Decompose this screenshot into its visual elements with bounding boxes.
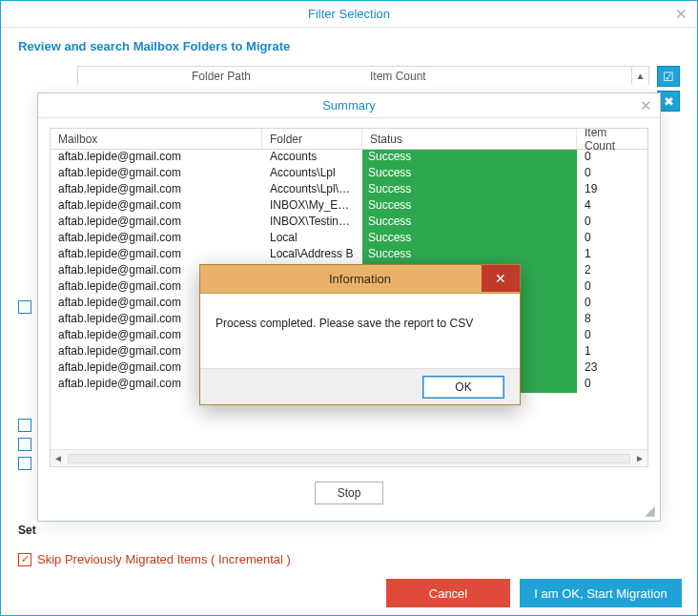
checkbox[interactable] <box>18 457 31 470</box>
cell-item-count: 0 <box>577 377 647 393</box>
cell-item-count: 4 <box>577 198 647 215</box>
cell-status: Success <box>362 231 577 247</box>
msgbox-titlebar: Information ✕ <box>200 265 520 294</box>
cell-mailbox: aftab.lepide@gmail.com <box>51 231 262 247</box>
cell-mailbox: aftab.lepide@gmail.com <box>51 150 262 166</box>
window-title: Filter Selection <box>308 7 390 21</box>
cell-status: Success <box>362 182 577 198</box>
cell-item-count: 0 <box>577 231 647 247</box>
cell-item-count: 0 <box>577 279 647 296</box>
cell-mailbox: aftab.lepide@gmail.com <box>51 215 262 231</box>
cell-mailbox: aftab.lepide@gmail.com <box>51 247 262 263</box>
table-row[interactable]: aftab.lepide@gmail.comLocalSuccess0 <box>51 231 647 247</box>
checkbox[interactable] <box>18 300 31 314</box>
cell-item-count: 0 <box>577 166 647 182</box>
header-folder[interactable]: Folder <box>262 129 362 149</box>
table-row[interactable]: aftab.lepide@gmail.comINBOX\Testing MSuc… <box>51 215 647 231</box>
scrollbar-track[interactable] <box>68 454 630 463</box>
scroll-up-icon[interactable]: ▲ <box>631 67 648 85</box>
cell-mailbox: aftab.lepide@gmail.com <box>51 198 262 215</box>
cell-folder: Accounts\Lpl\N... <box>262 182 362 198</box>
stop-button[interactable]: Stop <box>315 482 383 504</box>
close-icon[interactable]: ✕ <box>482 265 520 292</box>
cell-mailbox: aftab.lepide@gmail.com <box>51 166 262 182</box>
information-dialog: Information ✕ Process completed. Please … <box>199 264 521 405</box>
summary-title: Summary <box>322 98 376 113</box>
resize-grip-icon[interactable]: ◢ <box>645 505 656 517</box>
set-label: Set <box>18 524 36 537</box>
grid-header: Mailbox Folder Status Item Count <box>51 129 647 150</box>
cell-item-count: 0 <box>577 328 647 344</box>
skip-checkbox[interactable]: ✓ <box>18 553 31 566</box>
cell-folder: Accounts <box>262 150 362 166</box>
checkbox[interactable] <box>18 419 31 432</box>
checkbox[interactable] <box>18 438 31 451</box>
table-row[interactable]: aftab.lepide@gmail.comAccounts\LplSucces… <box>51 166 647 182</box>
cell-item-count: 0 <box>577 296 647 312</box>
cell-folder: Local <box>262 231 362 247</box>
table-row[interactable]: aftab.lepide@gmail.comLocal\Address BSuc… <box>51 247 647 263</box>
table-row[interactable]: aftab.lepide@gmail.comAccounts\Lpl\N...S… <box>51 182 647 198</box>
cell-status: Success <box>362 198 577 215</box>
select-all-icon[interactable]: ☑ <box>657 66 680 87</box>
cell-item-count: 23 <box>577 360 647 377</box>
scroll-left-icon[interactable]: ◄ <box>51 451 66 466</box>
cell-folder: Local\Address B <box>262 247 362 263</box>
cell-item-count: 1 <box>577 344 647 360</box>
cell-item-count: 8 <box>577 312 647 328</box>
ok-button[interactable]: OK <box>422 376 504 399</box>
close-icon[interactable]: ✕ <box>675 1 688 28</box>
cell-status: Success <box>362 247 577 263</box>
scroll-right-icon[interactable]: ► <box>632 451 647 466</box>
cell-status: Success <box>362 150 577 166</box>
window-titlebar: Filter Selection ✕ <box>1 1 697 28</box>
msgbox-message: Process completed. Please save the repor… <box>200 294 520 368</box>
review-heading: Review and search Mailbox Folders to Mig… <box>18 39 680 53</box>
cancel-button[interactable]: Cancel <box>386 579 510 607</box>
close-icon[interactable]: ✕ <box>640 93 652 118</box>
cell-folder: INBOX\My_Emails <box>262 198 362 215</box>
header-item-count[interactable]: Item Count <box>577 129 647 149</box>
cell-mailbox: aftab.lepide@gmail.com <box>51 182 262 198</box>
table-row[interactable]: aftab.lepide@gmail.comAccountsSuccess0 <box>51 150 647 166</box>
table-row[interactable]: aftab.lepide@gmail.comINBOX\My_EmailsSuc… <box>51 198 647 215</box>
start-migration-button[interactable]: I am OK, Start Migration <box>520 579 682 607</box>
cell-item-count: 19 <box>577 182 647 198</box>
cell-item-count: 1 <box>577 247 647 263</box>
summary-titlebar: Summary ✕ <box>38 93 660 118</box>
cell-folder: INBOX\Testing M <box>262 215 362 231</box>
cell-item-count: 2 <box>577 263 647 279</box>
skip-label: Skip Previously Migrated Items ( Increme… <box>37 552 291 566</box>
header-mailbox[interactable]: Mailbox <box>51 129 262 149</box>
cell-status: Success <box>362 166 577 182</box>
cell-item-count: 0 <box>577 150 647 166</box>
cell-status: Success <box>362 215 577 231</box>
header-status[interactable]: Status <box>362 129 577 149</box>
cell-item-count: 0 <box>577 215 647 231</box>
column-item-count[interactable]: Item Count <box>364 70 631 83</box>
folder-columns-header: Folder Path Item Count ▲ <box>77 66 649 85</box>
horizontal-scrollbar[interactable]: ◄ ► <box>51 449 647 466</box>
cell-folder: Accounts\Lpl <box>262 166 362 182</box>
column-folder-path[interactable]: Folder Path <box>78 70 364 83</box>
msgbox-title: Information <box>329 272 391 286</box>
